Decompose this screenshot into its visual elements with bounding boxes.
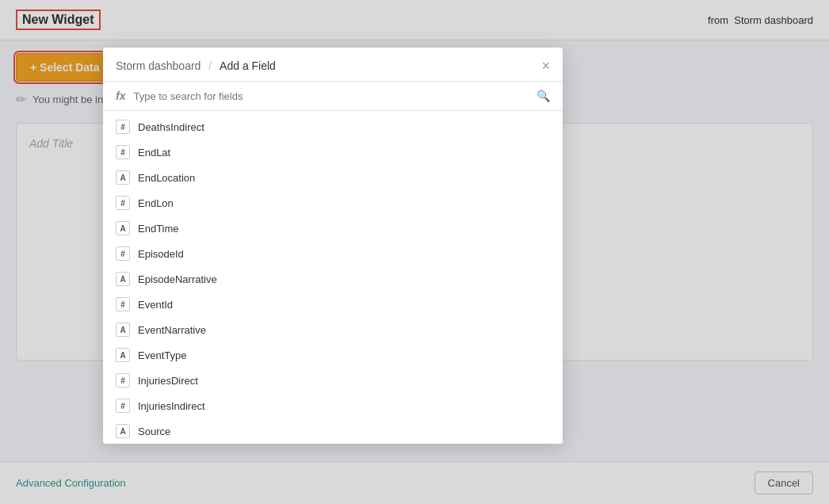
field-type-badge: A — [116, 170, 130, 185]
field-name-label: InjuriesDirect — [138, 375, 198, 387]
field-list-item[interactable]: #EndLon — [103, 190, 563, 216]
search-icon: 🔍 — [537, 90, 550, 102]
field-name-label: EpisodeNarrative — [138, 273, 217, 285]
field-list-item[interactable]: #DeathsIndirect — [103, 114, 563, 139]
field-name-label: EndTime — [138, 223, 179, 235]
field-name-label: EpisodeId — [138, 248, 184, 260]
field-list-item[interactable]: AEventType — [103, 342, 563, 368]
field-list-item[interactable]: AEndTime — [103, 216, 563, 241]
field-name-label: DeathsIndirect — [138, 121, 204, 133]
modal-close-button[interactable]: × — [541, 59, 550, 73]
field-name-label: EndLocation — [138, 172, 195, 184]
field-type-badge: # — [116, 399, 130, 413]
field-name-label: EventId — [138, 299, 173, 311]
add-field-modal: Storm dashboard / Add a Field × fx 🔍 #De… — [103, 48, 563, 444]
field-name-label: EventType — [138, 349, 186, 361]
field-type-badge: # — [116, 246, 130, 261]
field-type-badge: A — [116, 221, 130, 235]
field-name-label: EndLat — [138, 147, 170, 158]
field-list-item[interactable]: #InjuriesDirect — [103, 368, 563, 393]
field-list-item[interactable]: AEpisodeNarrative — [103, 266, 563, 292]
breadcrumb-current: Add a Field — [220, 59, 276, 72]
field-type-badge: A — [116, 323, 130, 337]
field-list-item[interactable]: AEndLocation — [103, 165, 563, 190]
field-type-badge: A — [116, 272, 130, 286]
field-name-label: InjuriesIndirect — [138, 400, 205, 412]
breadcrumb-source: Storm dashboard — [116, 59, 201, 72]
field-list-item[interactable]: #EndLat — [103, 139, 563, 165]
field-list: #DeathsIndirect#EndLatAEndLocation#EndLo… — [103, 111, 563, 444]
modal-search-bar: fx 🔍 — [103, 82, 563, 111]
field-list-item[interactable]: AEventNarrative — [103, 317, 563, 342]
field-type-badge: # — [116, 297, 130, 311]
field-type-badge: A — [116, 424, 130, 438]
page-container: New Widget from Storm dashboard + Select… — [0, 0, 829, 504]
field-list-item[interactable]: ASource — [103, 418, 563, 444]
field-list-item[interactable]: #InjuriesIndirect — [103, 393, 563, 418]
field-name-label: EndLon — [138, 197, 174, 209]
field-list-item[interactable]: #EpisodeId — [103, 241, 563, 266]
breadcrumb-separator: / — [208, 59, 212, 72]
field-list-item[interactable]: #EventId — [103, 292, 563, 317]
field-type-badge: # — [116, 373, 130, 388]
field-search-input[interactable] — [133, 90, 529, 102]
field-name-label: Source — [138, 426, 170, 437]
field-type-badge: # — [116, 196, 130, 210]
field-type-badge: # — [116, 145, 130, 159]
modal-breadcrumb: Storm dashboard / Add a Field — [116, 59, 276, 72]
field-name-label: EventNarrative — [138, 324, 206, 336]
modal-header: Storm dashboard / Add a Field × — [103, 48, 563, 82]
fx-badge: fx — [116, 90, 125, 102]
field-type-badge: # — [116, 120, 130, 134]
field-type-badge: A — [116, 348, 130, 362]
